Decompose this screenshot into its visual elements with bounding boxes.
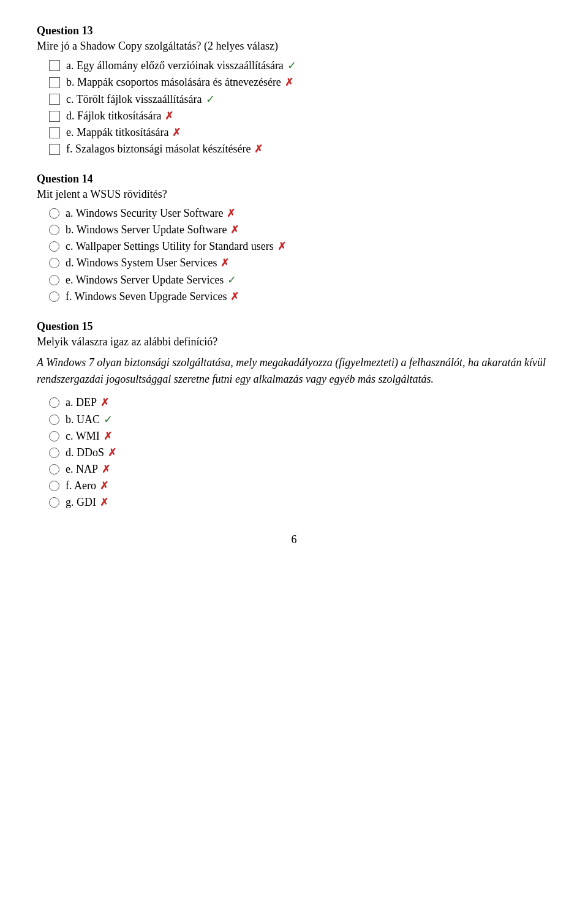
wrong-mark-icon: ✗ [104, 430, 112, 443]
option-label: a. DEP [66, 396, 97, 409]
list-item[interactable]: a. DEP✗ [49, 396, 551, 409]
correct-mark-icon: ✓ [206, 92, 215, 106]
q13-options: a. Egy állomány előző verzióinak visszaá… [49, 59, 551, 156]
list-item[interactable]: b. Windows Server Update Software✗ [49, 223, 551, 236]
option-label: g. GDI [66, 496, 96, 509]
wrong-mark-icon: ✗ [172, 126, 181, 139]
list-item[interactable]: e. NAP✗ [49, 463, 551, 476]
q15-options: a. DEP✗b. UAC✓c. WMI✗d. DDoS✗e. NAP✗f. A… [49, 396, 551, 509]
option-label: f. Aero [66, 479, 96, 492]
option-label: c. Törölt fájlok visszaállítására [66, 93, 202, 106]
option-label: d. Fájlok titkosítására [66, 110, 161, 122]
radio-icon[interactable] [49, 208, 59, 219]
option-label: f. Szalagos biztonsági másolat készítésé… [66, 143, 251, 156]
option-label: a. Windows Security User Software [66, 207, 223, 220]
list-item[interactable]: e. Windows Server Update Services✓ [49, 273, 551, 287]
list-item[interactable]: f. Windows Seven Upgrade Services✗ [49, 290, 551, 303]
option-label: d. DDoS [66, 446, 104, 459]
radio-icon[interactable] [49, 448, 59, 458]
list-item[interactable]: e. Mappák titkosítására✗ [49, 126, 551, 139]
question-14: Question 14 Mit jelent a WSUS rövidítés?… [37, 173, 551, 303]
list-item[interactable]: c. Wallpaper Settings Utility for Standa… [49, 240, 551, 253]
option-label: c. WMI [66, 430, 100, 443]
list-item[interactable]: f. Aero✗ [49, 479, 551, 492]
q13-title: Question 13 [37, 24, 551, 37]
radio-icon[interactable] [49, 225, 59, 235]
list-item[interactable]: f. Szalagos biztonsági másolat készítésé… [49, 143, 551, 156]
wrong-mark-icon: ✗ [165, 110, 173, 122]
list-item[interactable]: c. WMI✗ [49, 430, 551, 443]
checkbox-icon[interactable] [49, 94, 60, 105]
radio-icon[interactable] [49, 291, 59, 302]
list-item[interactable]: a. Egy állomány előző verzióinak visszaá… [49, 59, 551, 72]
correct-mark-icon: ✓ [227, 273, 236, 287]
checkbox-icon[interactable] [49, 144, 60, 155]
wrong-mark-icon: ✗ [100, 496, 108, 509]
wrong-mark-icon: ✗ [100, 479, 108, 492]
list-item[interactable]: c. Törölt fájlok visszaállítására✓ [49, 92, 551, 106]
option-label: a. Egy állomány előző verzióinak visszaá… [66, 59, 284, 72]
question-15: Question 15 Melyik válaszra igaz az aláb… [37, 320, 551, 509]
option-label: d. Windows System User Services [66, 257, 217, 269]
checkbox-icon[interactable] [49, 77, 60, 88]
list-item[interactable]: g. GDI✗ [49, 496, 551, 509]
wrong-mark-icon: ✗ [277, 240, 286, 253]
list-item[interactable]: d. DDoS✗ [49, 446, 551, 459]
radio-icon[interactable] [49, 241, 59, 252]
option-label: f. Windows Seven Upgrade Services [66, 290, 227, 303]
wrong-mark-icon: ✗ [254, 143, 263, 156]
list-item[interactable]: d. Windows System User Services✗ [49, 257, 551, 269]
checkbox-icon[interactable] [49, 127, 60, 138]
correct-mark-icon: ✓ [104, 413, 113, 426]
q15-text: Melyik válaszra igaz az alábbi definíció… [37, 336, 551, 348]
option-label: e. Mappák titkosítására [66, 126, 168, 139]
page-number: 6 [37, 533, 551, 546]
radio-icon[interactable] [49, 397, 59, 408]
wrong-mark-icon: ✗ [227, 207, 235, 220]
option-label: c. Wallpaper Settings Utility for Standa… [66, 240, 274, 253]
q15-italic: A Windows 7 olyan biztonsági szolgáltatá… [37, 355, 551, 388]
wrong-mark-icon: ✗ [102, 463, 110, 476]
wrong-mark-icon: ✗ [100, 396, 109, 409]
q14-text: Mit jelent a WSUS rövidítés? [37, 188, 551, 201]
wrong-mark-icon: ✗ [230, 223, 239, 236]
radio-icon[interactable] [49, 275, 59, 285]
correct-mark-icon: ✓ [287, 59, 296, 72]
option-label: e. NAP [66, 463, 98, 476]
checkbox-icon[interactable] [49, 111, 60, 122]
q14-title: Question 14 [37, 173, 551, 186]
wrong-mark-icon: ✗ [285, 76, 293, 89]
list-item[interactable]: a. Windows Security User Software✗ [49, 207, 551, 220]
option-label: b. Windows Server Update Software [66, 223, 227, 236]
list-item[interactable]: b. UAC✓ [49, 413, 551, 426]
radio-icon[interactable] [49, 431, 59, 441]
radio-icon[interactable] [49, 481, 59, 491]
radio-icon[interactable] [49, 258, 59, 268]
option-label: e. Windows Server Update Services [66, 274, 224, 287]
wrong-mark-icon: ✗ [108, 446, 116, 459]
checkbox-icon[interactable] [49, 60, 60, 71]
q14-options: a. Windows Security User Software✗b. Win… [49, 207, 551, 303]
option-label: b. Mappák csoportos másolására és átneve… [66, 76, 281, 89]
list-item[interactable]: b. Mappák csoportos másolására és átneve… [49, 76, 551, 89]
q15-title: Question 15 [37, 320, 551, 333]
question-13: Question 13 Mire jó a Shadow Copy szolgá… [37, 24, 551, 156]
wrong-mark-icon: ✗ [221, 257, 229, 269]
radio-icon[interactable] [49, 497, 59, 508]
radio-icon[interactable] [49, 415, 59, 425]
option-label: b. UAC [66, 413, 100, 426]
list-item[interactable]: d. Fájlok titkosítására✗ [49, 110, 551, 122]
wrong-mark-icon: ✗ [230, 290, 239, 303]
radio-icon[interactable] [49, 464, 59, 475]
q13-text: Mire jó a Shadow Copy szolgáltatás? (2 h… [37, 40, 551, 53]
